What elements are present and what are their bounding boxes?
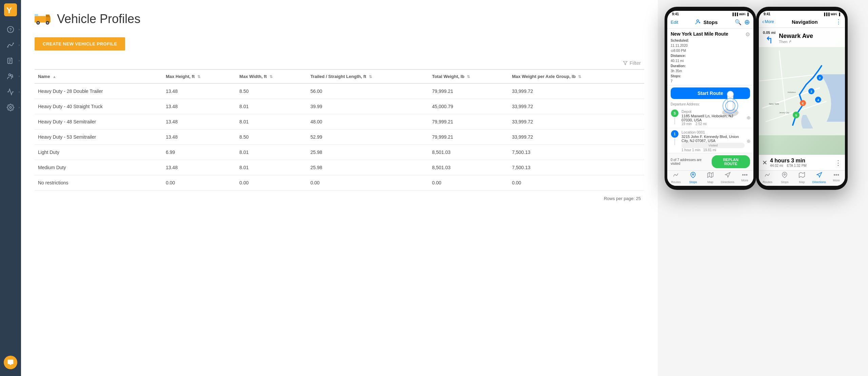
sidebar-item-dispatcher[interactable]: › — [0, 68, 21, 84]
sidebar-item-help[interactable]: ? › — [0, 22, 21, 37]
person-plus-icon[interactable] — [695, 19, 702, 25]
col-trailer-length[interactable]: Trailed / Straight Length, ft ⇅ — [307, 70, 429, 83]
cell-max_width: 8.01 — [236, 145, 307, 160]
cell-max_height: 6.99 — [162, 145, 236, 160]
logo[interactable]: Y — [4, 3, 17, 18]
table-row[interactable]: Heavy Duty - 53 Semitrailer13.488.5052.9… — [35, 130, 644, 145]
cell-total_weight: 45,000.79 — [429, 99, 509, 114]
nav-map[interactable]: Map — [702, 172, 719, 184]
svg-marker-40 — [799, 173, 805, 178]
stops-title: Stops — [704, 19, 718, 25]
compass-icon: ⊕ — [747, 115, 751, 120]
svg-rect-10 — [35, 16, 46, 22]
signal-icon-2: ▐▐▐ — [823, 13, 830, 16]
search-icon[interactable]: 🔍 — [735, 19, 742, 25]
directions-nav2-icon — [816, 172, 822, 180]
cell-trailer_length: 52.99 — [307, 130, 429, 145]
svg-text:Hoboken: Hoboken — [788, 91, 796, 93]
table-row[interactable]: No restrictions0.000.000.000.000.00 — [35, 175, 644, 191]
stops-app-header: Edit Stops 🔍 ⊕ — [667, 17, 753, 28]
cell-max_height: 13.48 — [162, 83, 236, 99]
stops-nav2-label: Stops — [781, 180, 789, 184]
svg-point-4 — [7, 46, 8, 48]
nav-routes[interactable]: Routes — [667, 172, 685, 184]
sort-icon: ⇅ — [578, 75, 581, 79]
sidebar-item-settings[interactable]: › — [0, 100, 21, 115]
svg-point-20 — [692, 174, 694, 175]
filter-label: Filter — [630, 60, 641, 66]
stop-line — [674, 118, 675, 124]
stops-nav2-icon — [782, 172, 788, 180]
cell-max_weight_axle: 7,500.13 — [509, 160, 644, 175]
start-route-button[interactable]: Start Route — [671, 87, 750, 99]
svg-text:New York: New York — [769, 103, 779, 105]
filter-button[interactable]: Filter — [623, 60, 641, 66]
sidebar-item-orders[interactable]: › — [0, 53, 21, 68]
cell-total_weight: 8,501.03 — [429, 145, 509, 160]
stop-name-1: Location 0001 — [682, 130, 745, 134]
create-vehicle-profile-button[interactable]: CREATE NEW VEHICLE PROFILE — [35, 37, 125, 51]
chat-button[interactable] — [4, 356, 17, 369]
nav-more-button[interactable]: ⋮ — [835, 18, 842, 25]
svg-marker-18 — [623, 61, 627, 65]
table-row[interactable]: Heavy Duty - 40 Straight Truck13.488.013… — [35, 99, 644, 114]
cell-max_height: 13.48 — [162, 114, 236, 130]
cell-max_height: 13.48 — [162, 99, 236, 114]
cell-max_height: 13.48 — [162, 160, 236, 175]
svg-text:2: 2 — [819, 76, 821, 80]
table-row[interactable]: Heavy Duty - 28 Double Trailer13.488.505… — [35, 83, 644, 99]
nav2-more[interactable]: ••• More — [828, 172, 845, 184]
map-nav-label: Map — [707, 180, 713, 184]
battery-icon-2: ▐ — [838, 13, 840, 16]
nav2-map[interactable]: Map — [793, 172, 811, 184]
col-max-height[interactable]: Max Height, ft ⇅ — [162, 70, 236, 83]
cell-trailer_length: 56.00 — [307, 83, 429, 99]
cell-max_weight_axle: 0.00 — [509, 175, 644, 191]
table-row[interactable]: Medium Duty13.488.0125.988,501.037,500.1… — [35, 160, 644, 175]
cell-max_width: 0.00 — [236, 175, 307, 191]
map-area[interactable]: 0.05 mi ↰ Newark Ave Then ↱ — [759, 28, 845, 155]
table-row[interactable]: Heavy Duty - 48 Semitrailer13.488.0148.0… — [35, 114, 644, 130]
col-name[interactable]: Name ▲ — [35, 70, 162, 83]
back-label: More — [765, 19, 774, 24]
route-meta: Scheduled: 11.11.2020 ⊙8:00 PM Distance:… — [671, 38, 750, 84]
chevron-right-icon: › — [19, 43, 20, 47]
nav2-directions[interactable]: Directions — [810, 172, 828, 184]
map-nav2-icon — [799, 172, 805, 180]
svg-marker-24 — [725, 173, 730, 177]
col-max-width[interactable]: Max Width, ft ⇅ — [236, 70, 307, 83]
table-row[interactable]: Light Duty6.998.0125.988,501.037,500.13 — [35, 145, 644, 160]
cell-max_width: 8.50 — [236, 83, 307, 99]
nav-more[interactable]: ••• More — [736, 172, 753, 184]
nav-directions[interactable]: Directions — [719, 172, 736, 184]
chevron-right-icon: › — [19, 28, 20, 31]
sidebar-item-analytics[interactable]: › — [0, 84, 21, 100]
sort-icon: ▲ — [53, 75, 56, 79]
settings-gear-icon[interactable]: ⚙ — [745, 31, 750, 38]
cell-max_height: 13.48 — [162, 130, 236, 145]
col-max-weight-axle[interactable]: Max Weight per Axle Group, lb ⇅ — [509, 70, 644, 83]
replan-info-text: 0 of 7 addresses are visited — [671, 158, 712, 165]
edit-button[interactable]: Edit — [671, 20, 678, 25]
nav2-routes[interactable]: Routes — [759, 172, 776, 184]
more-options-button[interactable]: ⋮ — [835, 159, 842, 167]
nav-stops[interactable]: Stops — [685, 172, 702, 184]
main-content: Vehicle Profiles CREATE NEW VEHICLE PROF… — [21, 0, 658, 376]
stop-item-1: 1 Location 0001 3215 John F. Kennedy Blv… — [667, 128, 753, 153]
add-stop-icon[interactable]: ⊕ — [744, 18, 750, 26]
cell-name: Heavy Duty - 48 Semitrailer — [35, 114, 162, 130]
chevron-right-icon: › — [19, 106, 20, 109]
svg-text:4: 4 — [817, 98, 819, 102]
cell-max_width: 8.01 — [236, 99, 307, 114]
replan-route-button[interactable]: REPLAN ROUTE — [712, 155, 750, 168]
col-total-weight[interactable]: Total Weight, lb ⇅ — [429, 70, 509, 83]
sidebar-item-routes[interactable]: › — [0, 37, 21, 53]
stop-dot-s: S — [671, 110, 678, 117]
close-navigation-button[interactable]: ✕ — [762, 159, 767, 166]
back-button[interactable]: ‹ More — [762, 19, 774, 25]
table-header-row: Name ▲ Max Height, ft ⇅ Max Width, ft ⇅ … — [35, 70, 644, 83]
status-bar-1: 9:41 ▐▐▐ WiFi ▐ — [667, 11, 753, 17]
stop-time-1: 1 hour 1 min 19.81 mi — [682, 148, 745, 152]
nav2-stops[interactable]: Stops — [776, 172, 793, 184]
filter-icon — [623, 61, 628, 65]
